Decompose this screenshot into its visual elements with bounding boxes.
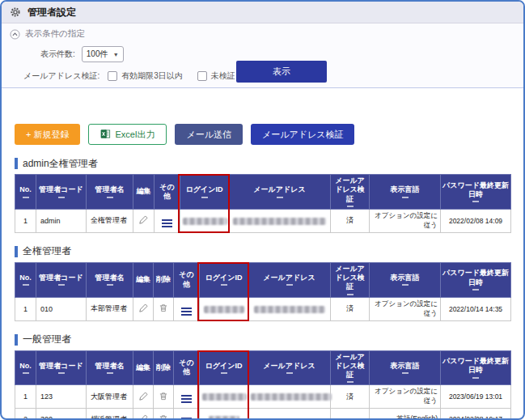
col-edit: 編集 (133, 175, 155, 210)
sort-indicator-icon (286, 372, 293, 374)
col-email[interactable]: メールアドレス (248, 262, 331, 297)
sort-indicator-icon (23, 284, 29, 286)
section-title-text: 全権管理者 (23, 244, 71, 258)
col-login-id[interactable]: ログインID (180, 175, 229, 210)
col-no[interactable]: No. (15, 262, 36, 297)
table-row: 1 admin 全権管理者 済 オプションの設定に従う 2022/02/08 (15, 209, 511, 232)
section-accent-bar (15, 246, 18, 257)
sort-indicator-icon (23, 372, 29, 374)
email-verify-button[interactable]: メールアドレス検証 (251, 124, 355, 145)
edit-icon[interactable] (138, 391, 149, 401)
display-count-select[interactable]: 100件 ▼ (82, 46, 124, 62)
col-password-updated[interactable]: パスワード最終更新日時 (441, 262, 511, 297)
cell-no: 1 (15, 297, 36, 320)
other-menu-icon[interactable] (181, 395, 192, 403)
sort-indicator-icon (107, 197, 113, 198)
col-login-id[interactable]: ログインID (200, 350, 248, 385)
section-title-text: 一般管理者 (23, 333, 71, 346)
cell-name: 大阪管理者 (87, 385, 133, 409)
excel-export-button[interactable]: Excel出力 (88, 124, 167, 145)
col-no[interactable]: No. (15, 175, 36, 210)
col-edit: 編集 (133, 350, 154, 385)
header-row: No. 管理者コード 管理者名 編集 削除 その他 ログインID メールアドレス… (15, 262, 511, 297)
sort-indicator-icon (472, 289, 479, 291)
section-title-text: admin全権管理者 (23, 157, 98, 171)
other-menu-icon[interactable] (181, 308, 192, 316)
sort-indicator-icon (23, 197, 29, 198)
section-admin: admin全権管理者 No. 管理者コード 管理者名 編集 その他 (15, 157, 510, 233)
col-delete: 削除 (154, 262, 174, 297)
unverified-checkbox[interactable] (197, 71, 207, 81)
sort-indicator-icon (58, 372, 65, 374)
cell-password-updated: 2024/02/08 19:17 (441, 409, 511, 420)
col-password-updated[interactable]: パスワード最終更新日時 (441, 175, 511, 210)
table-row: 1 123 大阪管理者 済 (15, 385, 511, 409)
page-title: 管理者設定 (28, 6, 76, 19)
cell-language: オプションの設定に従う (370, 297, 441, 320)
delete-icon[interactable] (159, 414, 168, 420)
col-email[interactable]: メールアドレス (229, 175, 331, 210)
header-row: No. 管理者コード 管理者名 編集 その他 ログインID メールアドレス メー… (15, 175, 511, 210)
admin-settings-window: 管理者設定 表示条件の指定 表示件数: 100件 ▼ メールアドレス検証: 有効… (0, 0, 525, 420)
new-registration-button[interactable]: + 新規登録 (15, 124, 80, 145)
section-title: admin全権管理者 (15, 157, 510, 170)
sort-indicator-icon (472, 377, 479, 379)
col-no[interactable]: No. (15, 350, 36, 385)
masked-login-id (204, 306, 244, 313)
other-menu-icon[interactable] (162, 219, 172, 227)
cell-verified (331, 409, 370, 420)
col-email-verify[interactable]: メールアドレス検証 (331, 262, 370, 297)
send-mail-button[interactable]: メール送信 (175, 124, 243, 145)
cell-name: 横浜管理者 (87, 409, 133, 420)
sort-indicator-icon (347, 294, 354, 295)
section-title: 全権管理者 (15, 245, 510, 258)
cell-email (248, 409, 331, 420)
sort-indicator-icon (107, 284, 113, 286)
col-login-id[interactable]: ログインID (200, 262, 248, 297)
delete-icon[interactable] (159, 303, 168, 313)
col-password-updated[interactable]: パスワード最終更新日時 (441, 350, 511, 385)
col-name[interactable]: 管理者名 (87, 175, 133, 210)
sort-indicator-icon (472, 201, 479, 202)
cell-language: オプションの設定に従う (370, 209, 441, 232)
general-admin-table: No. 管理者コード 管理者名 編集 削除 その他 ログインID メールアドレス… (15, 350, 511, 420)
edit-icon[interactable] (138, 414, 149, 420)
show-button[interactable]: 表示 (236, 61, 327, 83)
email-verify-label: メールアドレス検証: (23, 70, 99, 82)
masked-email (251, 393, 332, 401)
col-language[interactable]: 表示言語 (370, 175, 441, 210)
expiry-checkbox-label: 有効期限3日以内 (121, 70, 183, 82)
col-code[interactable]: 管理者コード (36, 175, 87, 210)
main-content: + 新規登録 Excel出力 メール送信 メールアドレス検証 adm (2, 88, 523, 420)
gear-icon (10, 6, 21, 18)
cell-password-updated: 2022/10/14 14:35 (441, 297, 511, 320)
cell-verified: 済 (331, 385, 370, 409)
sort-indicator-icon (58, 284, 65, 286)
col-other: その他 (174, 350, 200, 385)
sort-indicator-icon (221, 372, 227, 374)
sort-indicator-icon (347, 206, 354, 207)
edit-icon[interactable] (138, 214, 149, 225)
masked-login-id (209, 416, 239, 420)
col-delete: 削除 (154, 350, 174, 385)
col-email-verify[interactable]: メールアドレス検証 (331, 175, 370, 210)
delete-icon[interactable] (159, 391, 168, 401)
col-code[interactable]: 管理者コード (36, 262, 87, 297)
masked-login-id (183, 218, 227, 225)
col-email-verify[interactable]: メールアドレス検証 (331, 350, 370, 385)
col-code[interactable]: 管理者コード (36, 350, 87, 385)
col-email[interactable]: メールアドレス (248, 350, 331, 385)
collapse-icon[interactable] (10, 29, 20, 40)
header-row: No. 管理者コード 管理者名 編集 削除 その他 ログインID メールアドレス… (15, 350, 511, 385)
col-language[interactable]: 表示言語 (370, 350, 441, 385)
sort-indicator-icon (58, 197, 65, 198)
col-language[interactable]: 表示言語 (370, 262, 441, 297)
col-name[interactable]: 管理者名 (87, 262, 133, 297)
edit-icon[interactable] (138, 303, 149, 313)
masked-email (254, 306, 325, 313)
sort-indicator-icon (347, 381, 354, 383)
sort-indicator-icon (402, 372, 409, 374)
expiry-checkbox[interactable] (108, 71, 117, 81)
col-name[interactable]: 管理者名 (87, 350, 133, 385)
chevron-down-icon: ▼ (113, 52, 119, 57)
